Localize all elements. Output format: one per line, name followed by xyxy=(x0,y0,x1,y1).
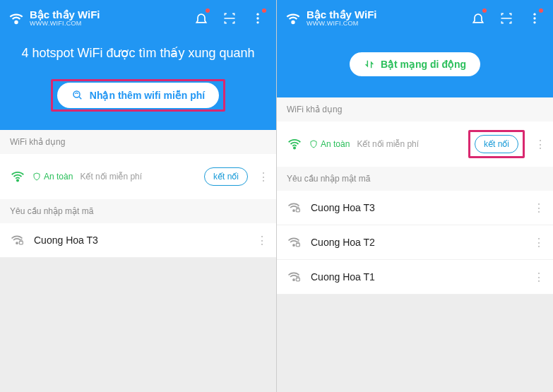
svg-point-8 xyxy=(292,21,294,23)
wifi-item[interactable]: An toàn Kết nối miễn phí kết nối ⋮ xyxy=(277,121,553,167)
svg-point-6 xyxy=(16,242,18,244)
notifications-button[interactable] xyxy=(467,7,489,30)
wifi-tags: An toàn Kết nối miễn phí xyxy=(309,139,461,149)
cta-label: Nhận thêm wifi miễn phí xyxy=(90,90,205,101)
scan-button[interactable] xyxy=(495,7,518,30)
item-more-button[interactable]: ⋮ xyxy=(530,236,547,249)
notifications-button[interactable] xyxy=(190,7,213,30)
brand: Bậc thầy WiFi WWW.WIFI.COM xyxy=(7,9,184,28)
shield-icon xyxy=(32,172,41,181)
svg-point-17 xyxy=(293,279,295,280)
wifi-row[interactable]: Cuong Hoa T2 ⋮ xyxy=(277,225,553,260)
wifi-lock-icon xyxy=(287,201,301,215)
header: Bậc thầy WiFi WWW.WIFI.COM xyxy=(277,0,553,97)
svg-point-3 xyxy=(256,21,258,23)
highlight-box: Nhận thêm wifi miễn phí xyxy=(51,79,225,112)
header: Bậc thầy WiFi WWW.WIFI.COM 4 hotspot WiF… xyxy=(0,0,276,130)
wifi-lock-icon xyxy=(287,235,301,249)
item-more-button[interactable]: ⋮ xyxy=(530,201,547,215)
item-more-button[interactable]: ⋮ xyxy=(254,234,270,247)
cta-label: Bật mạng di động xyxy=(381,59,466,70)
more-menu-button[interactable] xyxy=(246,7,269,30)
mobile-data-icon xyxy=(364,59,375,70)
shield-icon xyxy=(309,140,318,148)
wifi-row[interactable]: Cuong Hoa T3 ⋮ xyxy=(0,223,276,258)
topbar: Bậc thầy WiFi WWW.WIFI.COM xyxy=(284,4,546,32)
svg-point-9 xyxy=(533,13,535,16)
hero-title: 4 hotspot WiFi được tìm thấy xung quanh xyxy=(7,32,269,79)
wifi-logo-icon xyxy=(7,9,25,28)
notification-dot-icon xyxy=(482,8,487,13)
item-more-button[interactable]: ⋮ xyxy=(530,271,547,284)
svg-point-11 xyxy=(533,21,535,23)
app-title: Bậc thầy WiFi xyxy=(307,9,377,21)
scan-button[interactable] xyxy=(218,7,241,30)
password-list: Cuong Hoa T3 ⋮ xyxy=(0,223,276,392)
item-more-button[interactable]: ⋮ xyxy=(532,138,549,151)
hero: Bật mạng di động xyxy=(284,32,546,97)
svg-point-12 xyxy=(294,147,295,148)
wifi-name: Cuong Hoa T1 xyxy=(311,271,521,283)
body: WiFi khả dụng An toàn Kết nối miễn phí k… xyxy=(0,130,276,392)
free-tag: Kết nối miễn phí xyxy=(80,172,142,182)
svg-point-10 xyxy=(533,17,535,19)
wifi-tags: An toàn Kết nối miễn phí xyxy=(32,172,197,182)
app-subtitle: WWW.WIFI.COM xyxy=(30,20,100,28)
wifi-row[interactable]: Cuong Hoa T1 ⋮ xyxy=(277,260,553,295)
phone-right: Bậc thầy WiFi WWW.WIFI.COM xyxy=(277,0,553,392)
password-required-label: Yêu cầu nhập mật mã xyxy=(0,199,276,223)
svg-point-0 xyxy=(15,21,17,23)
svg-rect-7 xyxy=(19,242,23,244)
svg-point-1 xyxy=(256,13,258,16)
wifi-lock-icon xyxy=(10,233,24,247)
highlight-box: kết nối xyxy=(468,130,525,158)
available-wifi-label: WiFi khả dụng xyxy=(277,97,553,121)
wifi-signal-icon xyxy=(287,136,302,152)
wifi-logo-icon xyxy=(284,9,302,28)
enable-mobile-data-button[interactable]: Bật mạng di động xyxy=(350,52,480,76)
safe-tag: An toàn xyxy=(309,139,350,149)
svg-rect-14 xyxy=(296,209,299,212)
connect-button[interactable]: kết nối xyxy=(204,167,248,186)
wifi-signal-icon xyxy=(10,169,25,184)
item-more-button[interactable]: ⋮ xyxy=(255,170,272,184)
wifi-name: Cuong Hoa T3 xyxy=(34,234,244,246)
available-wifi-label: WiFi khả dụng xyxy=(0,130,276,154)
safe-tag: An toàn xyxy=(32,172,73,182)
svg-point-4 xyxy=(73,91,80,97)
wifi-item[interactable]: An toàn Kết nối miễn phí kết nối ⋮ xyxy=(0,154,276,199)
wifi-name: Cuong Hoa T3 xyxy=(311,202,521,213)
password-list: Cuong Hoa T3 ⋮ Cuong Hoa T2 ⋮ Cuong Hoa … xyxy=(277,191,553,392)
svg-rect-18 xyxy=(296,278,299,281)
svg-point-15 xyxy=(293,244,295,246)
more-menu-button[interactable] xyxy=(523,7,546,30)
brand: Bậc thầy WiFi WWW.WIFI.COM xyxy=(284,9,461,28)
search-wifi-icon xyxy=(71,89,84,102)
menu-dot-icon xyxy=(262,8,266,13)
body: WiFi khả dụng An toàn Kết nối miễn phí k xyxy=(277,97,553,392)
svg-rect-16 xyxy=(296,244,299,247)
menu-dot-icon xyxy=(539,8,543,13)
app-title: Bậc thầy WiFi xyxy=(30,9,100,21)
wifi-name: Cuong Hoa T2 xyxy=(311,237,521,248)
phone-left: Bậc thầy WiFi WWW.WIFI.COM 4 hotspot WiF… xyxy=(0,0,277,392)
svg-point-13 xyxy=(293,210,295,211)
hero: 4 hotspot WiFi được tìm thấy xung quanh … xyxy=(7,32,269,130)
password-required-label: Yêu cầu nhập mật mã xyxy=(277,167,553,191)
topbar: Bậc thầy WiFi WWW.WIFI.COM xyxy=(7,4,269,32)
connect-button[interactable]: kết nối xyxy=(475,135,518,153)
free-tag: Kết nối miễn phí xyxy=(357,139,419,149)
app-subtitle: WWW.WIFI.COM xyxy=(307,20,377,28)
notification-dot-icon xyxy=(206,8,210,13)
get-more-wifi-button[interactable]: Nhận thêm wifi miễn phí xyxy=(57,83,219,108)
wifi-lock-icon xyxy=(287,270,301,284)
wifi-row[interactable]: Cuong Hoa T3 ⋮ xyxy=(277,191,553,225)
svg-point-2 xyxy=(256,17,258,19)
svg-point-5 xyxy=(17,179,18,181)
